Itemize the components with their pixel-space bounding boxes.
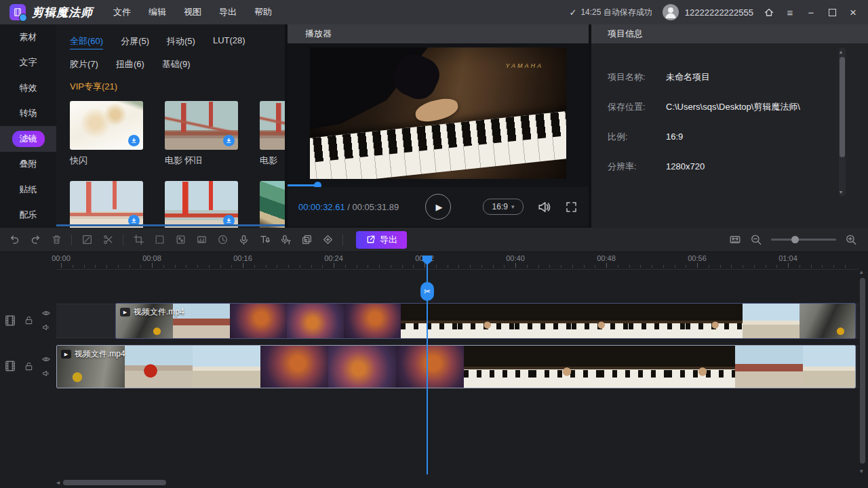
aspect-ratio-select[interactable]: 16:9▾ (483, 199, 524, 215)
eye-icon[interactable] (41, 308, 51, 318)
project-scrollbar-thumb[interactable] (840, 57, 845, 157)
sidebar-item[interactable]: 素材 (0, 24, 56, 50)
timeline-hscrollbar[interactable]: ◂ (56, 479, 854, 486)
user-icon (663, 4, 679, 20)
filter-tab[interactable]: LUT(28) (213, 35, 245, 49)
sidebar-item[interactable]: 特效 (0, 75, 56, 101)
delete-button[interactable] (50, 234, 62, 246)
video-clip[interactable]: ▶视频文件.mp4 (56, 345, 856, 388)
menu-item[interactable]: 编辑 (144, 3, 170, 21)
download-icon[interactable] (128, 135, 140, 146)
ruler-label: 00:00 (52, 254, 71, 262)
sidebar-item[interactable]: 滤镜 (0, 126, 56, 152)
playhead-scissors-handle[interactable]: ✂ (420, 282, 434, 301)
text-to-speech-button[interactable] (258, 234, 271, 246)
project-field-label: 比例: (608, 131, 666, 143)
filter-tab[interactable]: 扭曲(6) (116, 58, 144, 72)
ruler-tick (720, 265, 721, 268)
project-scrollbar[interactable]: ▴ ▾ (839, 47, 846, 197)
filter-tab[interactable]: 抖动(5) (167, 35, 195, 49)
ruler-tick (640, 265, 641, 268)
ruler-tick (493, 265, 494, 268)
split-button[interactable] (102, 234, 114, 246)
vip-tab[interactable]: VIP专享(21) (56, 72, 285, 93)
play-button[interactable]: ▶ (425, 194, 451, 220)
filter-card[interactable]: 快闪 (70, 101, 143, 165)
filter-tab[interactable]: 胶片(7) (70, 58, 98, 72)
clip-thumbnails (116, 304, 855, 338)
hamburger-menu-button[interactable]: ≡ (785, 7, 795, 18)
record-voice-button[interactable] (237, 234, 250, 246)
copy-button[interactable] (300, 234, 313, 246)
filter-tab[interactable]: 分屏(5) (121, 35, 149, 49)
ruler-tick (822, 265, 823, 268)
fit-timeline-button[interactable] (729, 234, 741, 246)
menu-item[interactable]: 视图 (180, 3, 205, 21)
filter-panel: 全部(60)分屏(5)抖动(5)LUT(28)胶片(7)扭曲(6)基础(9) V… (56, 24, 285, 228)
ruler-tick (470, 265, 471, 268)
project-field-label: 项目名称: (608, 71, 666, 83)
scroll-left-icon[interactable]: ◂ (56, 479, 60, 486)
sidebar-item[interactable]: 配乐 (0, 203, 56, 228)
filter-card[interactable]: 电影 (260, 101, 285, 165)
minimize-button[interactable]: − (806, 7, 816, 18)
track-speaker-icon[interactable] (41, 369, 51, 378)
scroll-down-icon[interactable]: ▾ (860, 468, 863, 474)
crop-button[interactable] (132, 234, 144, 246)
filter-card[interactable] (70, 181, 143, 228)
freeze-frame-button[interactable] (153, 234, 165, 246)
video-clip[interactable]: ▶视频文件.mp4 (115, 303, 856, 339)
ruler-tick (652, 265, 652, 268)
mosaic-icon (175, 234, 186, 245)
filter-card[interactable]: 电影 怀旧 (165, 101, 238, 165)
export-button[interactable]: 导出 (356, 231, 407, 249)
menu-item[interactable]: 文件 (109, 3, 135, 21)
filter-tab[interactable]: 全部(60) (70, 35, 103, 49)
sidebar-item-label: 贴纸 (20, 184, 37, 196)
zoom-out-button[interactable] (750, 234, 762, 246)
ruler-tick (788, 263, 789, 268)
vscrollbar-thumb[interactable] (860, 278, 865, 464)
track-speaker-icon[interactable] (41, 323, 51, 332)
scroll-up-icon[interactable]: ▴ (860, 268, 863, 275)
sidebar-item[interactable]: 文字 (0, 50, 56, 76)
filter-card[interactable] (165, 181, 238, 228)
mosaic-button[interactable] (174, 234, 186, 246)
sidebar-item[interactable]: 转场 (0, 101, 56, 127)
zoom-slider-knob[interactable] (791, 236, 799, 243)
keyframe-button[interactable] (321, 234, 334, 246)
timeline-vscrollbar[interactable]: ▴ ▾ (859, 268, 867, 474)
clip-thumbnail (328, 346, 396, 388)
maximize-button[interactable] (827, 7, 837, 18)
filter-card[interactable] (260, 181, 285, 228)
eye-icon[interactable] (41, 354, 51, 364)
sidebar-item[interactable]: 叠附 (0, 152, 56, 178)
redo-button[interactable] (29, 234, 41, 246)
undo-button[interactable] (8, 234, 20, 246)
close-button[interactable]: × (848, 7, 859, 18)
clip-thumbnail (803, 346, 856, 388)
volume-button[interactable] (537, 200, 551, 214)
sidebar-item[interactable]: 贴纸 (0, 177, 56, 203)
scroll-up-icon[interactable]: ▴ (840, 49, 842, 55)
avatar[interactable] (663, 4, 679, 20)
speech-to-text-button[interactable] (279, 234, 292, 246)
zoom-in-button[interactable] (845, 234, 857, 246)
unlock-icon[interactable] (24, 361, 34, 371)
unlock-icon[interactable] (24, 315, 34, 325)
zoom-slider[interactable] (771, 239, 836, 241)
fullscreen-button[interactable] (565, 201, 578, 214)
download-icon[interactable] (223, 135, 235, 146)
timeline-ruler[interactable]: 00:0000:0800:1600:2400:3200:4000:4800:56… (0, 252, 868, 268)
duration-button[interactable] (216, 234, 229, 246)
menu-item[interactable]: 导出 (215, 3, 241, 21)
clip-thumbnail (193, 346, 260, 388)
ruler-tick (515, 263, 516, 268)
scroll-down-icon[interactable]: ▾ (840, 189, 842, 195)
beat-detect-button[interactable] (195, 234, 208, 246)
edit-button[interactable] (81, 234, 93, 246)
home-button[interactable] (764, 7, 774, 18)
menu-item[interactable]: 帮助 (250, 3, 276, 21)
hscrollbar-thumb[interactable] (63, 480, 166, 485)
filter-tab[interactable]: 基础(9) (162, 58, 191, 72)
